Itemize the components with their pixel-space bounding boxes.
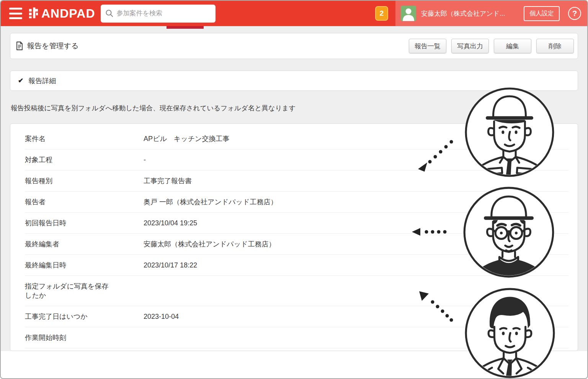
- toolbar-title-group: 報告を管理する: [16, 41, 78, 51]
- person-icon: [401, 6, 416, 21]
- table-row: 最終編集日時2023/10/17 18:22: [25, 255, 568, 276]
- table-row: 報告種別工事完了報告書: [25, 171, 568, 192]
- table-row: 工事完了日はいつか2023-10-04: [25, 306, 568, 327]
- report-detail-header: ✔ 報告詳細: [10, 71, 578, 91]
- table-row: 指定フォルダに写真を保存したか: [25, 276, 568, 306]
- app-window: ANDPAD 2 安藤太郎（株式会社アンド... 個人設定 ?: [0, 0, 588, 379]
- personal-settings-button[interactable]: 個人設定: [524, 6, 560, 21]
- section-title: 報告詳細: [28, 76, 56, 85]
- check-icon: ✔: [18, 77, 23, 85]
- report-toolbar: 報告を管理する 報告一覧 写真出力 編集 削除: [10, 33, 578, 59]
- table-row: 作業開始時刻: [25, 327, 568, 348]
- table-row: 報告者奥戸 一郎（株式会社アンドパッド工務店）: [25, 192, 568, 213]
- help-icon[interactable]: ?: [568, 7, 581, 20]
- andpad-logo-mark: [28, 7, 39, 20]
- table-row: 初回報告日時2023/10/04 19:25: [25, 213, 568, 234]
- page-title: 報告を管理する: [27, 41, 78, 51]
- report-details-table: 案件名APビル キッチン交換工事 対象工程- 報告種別工事完了報告書 報告者奥戸…: [10, 123, 578, 351]
- user-avatar[interactable]: [401, 6, 416, 21]
- delete-button[interactable]: 削除: [536, 39, 574, 53]
- search-icon: [105, 9, 114, 18]
- toolbar-buttons: 報告一覧 写真出力 編集 削除: [409, 39, 574, 53]
- andpad-logo[interactable]: ANDPAD: [28, 7, 95, 20]
- report-list-button[interactable]: 報告一覧: [409, 39, 446, 53]
- table-row: 案件名APビル キッチン交換工事: [25, 128, 568, 149]
- table-row: 対象工程-: [25, 149, 568, 171]
- document-icon: [16, 41, 23, 51]
- user-section: 安藤太郎（株式会社アンド... 個人設定 ?: [395, 1, 587, 26]
- main-content: 報告を管理する 報告一覧 写真出力 編集 削除 ✔ 報告詳細 報告投稿後に写真を…: [1, 26, 587, 351]
- user-name[interactable]: 安藤太郎（株式会社アンド...: [421, 9, 505, 18]
- edit-button[interactable]: 編集: [494, 39, 531, 53]
- hamburger-menu-icon[interactable]: [9, 8, 22, 19]
- notice-text: 報告投稿後に写真を別フォルダへ移動した場合、現在保存されているフォルダ名と異なり…: [11, 103, 578, 113]
- project-search: [101, 5, 216, 23]
- notification-badge[interactable]: 2: [375, 6, 388, 21]
- brand-name: ANDPAD: [41, 7, 95, 20]
- app-header: ANDPAD 2 安藤太郎（株式会社アンド... 個人設定 ?: [1, 1, 587, 26]
- active-tab-indicator: [167, 26, 204, 29]
- photo-export-button[interactable]: 写真出力: [451, 39, 489, 53]
- table-row: 最終編集者安藤太郎（株式会社アンドパッド工務店）: [25, 234, 568, 255]
- search-input[interactable]: [117, 10, 211, 17]
